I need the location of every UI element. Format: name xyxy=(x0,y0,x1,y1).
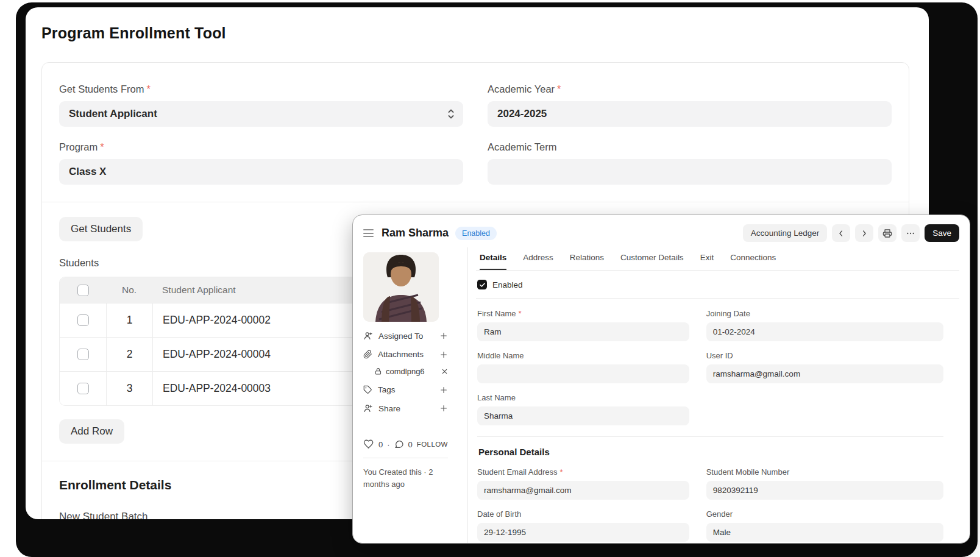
tab-connections[interactable]: Connections xyxy=(730,253,776,270)
get-students-from-select[interactable]: Student Applicant xyxy=(59,101,463,127)
middle-name-input[interactable] xyxy=(477,364,689,383)
prev-record-button[interactable] xyxy=(832,224,850,242)
tab-customer-details[interactable]: Customer Details xyxy=(620,253,684,270)
print-button[interactable] xyxy=(878,224,897,242)
first-name-value: Ram xyxy=(484,327,502,336)
field-student-mobile: Student Mobile Number 9820392119 xyxy=(706,467,943,500)
column-header-no: No. xyxy=(106,277,152,303)
field-academic-term: Academic Term xyxy=(488,141,892,185)
last-name-value: Sharma xyxy=(484,411,513,420)
enabled-checkbox[interactable] xyxy=(477,280,487,289)
comments-count: 0 xyxy=(408,440,413,449)
tab-address[interactable]: Address xyxy=(523,253,553,270)
add-attachment-button[interactable] xyxy=(439,350,448,359)
tab-exit[interactable]: Exit xyxy=(700,253,714,270)
assigned-to-row: Assigned To xyxy=(363,331,448,341)
required-asterisk: * xyxy=(557,83,561,94)
detail-tabs: Details Address Relations Customer Detai… xyxy=(476,247,959,271)
sidebar-divider xyxy=(363,458,448,458)
share-label: Share xyxy=(378,404,400,413)
last-name-input[interactable]: Sharma xyxy=(477,406,689,425)
detail-content: Details Address Relations Customer Detai… xyxy=(468,247,959,543)
row-checkbox[interactable] xyxy=(77,349,89,360)
printer-icon xyxy=(882,229,892,238)
row-number: 2 xyxy=(106,338,152,371)
student-email-input[interactable]: ramsharma@gmail.com xyxy=(477,481,689,500)
student-name-title: Ram Sharma xyxy=(382,227,449,239)
detail-toolbar: Accounting Ledger Save xyxy=(743,224,959,242)
remove-attachment-icon[interactable] xyxy=(441,368,448,375)
likes-row: 0 · 0 FOLLOW xyxy=(363,439,448,450)
assigned-to-icon xyxy=(363,331,373,341)
field-program: Program* Class X xyxy=(59,141,463,185)
student-mobile-input[interactable]: 9820392119 xyxy=(706,481,943,500)
row-number: 1 xyxy=(106,303,152,337)
add-share-button[interactable] xyxy=(439,404,448,413)
academic-year-value: 2024-2025 xyxy=(497,108,547,120)
share-icon xyxy=(363,403,373,413)
add-assigned-button[interactable] xyxy=(439,332,448,340)
date-of-birth-input[interactable]: 29-12-1995 xyxy=(477,523,689,542)
field-user-id: User ID ramsharma@gmail.com xyxy=(706,351,943,383)
tab-relations[interactable]: Relations xyxy=(570,253,604,270)
accounting-ledger-button[interactable]: Accounting Ledger xyxy=(743,224,828,242)
student-detail-window: Ram Sharma Enabled Accounting Ledger Sav… xyxy=(352,215,970,544)
field-student-email: Student Email Address* ramsharma@gmail.c… xyxy=(477,467,689,500)
add-row-button[interactable]: Add Row xyxy=(59,419,124,444)
gender-input[interactable]: Male xyxy=(706,523,943,542)
chevron-up-down-icon xyxy=(447,108,455,120)
academic-year-input[interactable]: 2024-2025 xyxy=(488,101,892,127)
paperclip-icon xyxy=(363,350,372,359)
field-spacer xyxy=(706,393,943,425)
program-input[interactable]: Class X xyxy=(59,159,463,185)
user-id-input[interactable]: ramsharma@gmail.com xyxy=(706,364,943,383)
get-students-from-value: Student Applicant xyxy=(69,108,157,120)
more-options-button[interactable] xyxy=(901,224,920,242)
first-name-input[interactable]: Ram xyxy=(477,322,689,341)
personal-details-heading: Personal Details xyxy=(478,447,943,457)
created-info-text: You Created this · 2 months ago xyxy=(363,466,444,490)
row-number: 3 xyxy=(106,372,152,405)
chevron-left-icon xyxy=(837,229,845,238)
student-mobile-value: 9820392119 xyxy=(713,486,758,495)
next-record-button[interactable] xyxy=(855,224,873,242)
tag-icon xyxy=(363,385,372,394)
chevron-right-icon xyxy=(860,229,868,238)
enabled-checkbox-label: Enabled xyxy=(492,280,523,289)
save-button[interactable]: Save xyxy=(925,224,959,242)
field-get-students-from: Get Students From* Student Applicant xyxy=(59,83,463,127)
required-asterisk: * xyxy=(519,309,522,318)
date-of-birth-label: Date of Birth xyxy=(477,509,521,519)
field-last-name: Last Name Sharma xyxy=(477,393,689,425)
user-id-label: User ID xyxy=(706,351,733,360)
field-middle-name: Middle Name xyxy=(477,351,689,383)
select-all-checkbox[interactable] xyxy=(77,285,89,296)
share-row: Share xyxy=(363,403,448,413)
user-id-value: ramsharma@gmail.com xyxy=(713,369,800,378)
joining-date-input[interactable]: 01-02-2024 xyxy=(706,322,943,341)
first-name-label: First Name xyxy=(477,309,516,318)
academic-year-label: Academic Year xyxy=(488,83,555,94)
comment-icon[interactable] xyxy=(394,439,404,449)
attachment-item[interactable]: comdlpng6 xyxy=(363,367,448,376)
field-academic-year: Academic Year* 2024-2025 xyxy=(488,83,892,127)
row-checkbox[interactable] xyxy=(77,314,89,326)
page-title: Program Enrollment Tool xyxy=(41,24,913,42)
add-tag-button[interactable] xyxy=(439,386,448,394)
required-asterisk: * xyxy=(100,141,104,152)
field-first-name: First Name* Ram xyxy=(477,309,689,341)
heart-icon[interactable] xyxy=(363,439,374,450)
academic-term-input[interactable] xyxy=(488,159,892,185)
personal-details-divider xyxy=(477,436,943,437)
row-checkbox[interactable] xyxy=(77,383,89,394)
tags-row: Tags xyxy=(363,385,448,394)
required-asterisk: * xyxy=(560,467,563,477)
tab-details[interactable]: Details xyxy=(480,253,506,270)
dot-separator: · xyxy=(387,440,389,449)
get-students-button[interactable]: Get Students xyxy=(59,217,143,241)
joining-date-label: Joining Date xyxy=(706,309,750,318)
program-label: Program xyxy=(59,141,98,152)
student-photo[interactable] xyxy=(363,252,439,322)
menu-icon[interactable] xyxy=(363,229,374,237)
follow-button[interactable]: FOLLOW xyxy=(417,441,448,448)
